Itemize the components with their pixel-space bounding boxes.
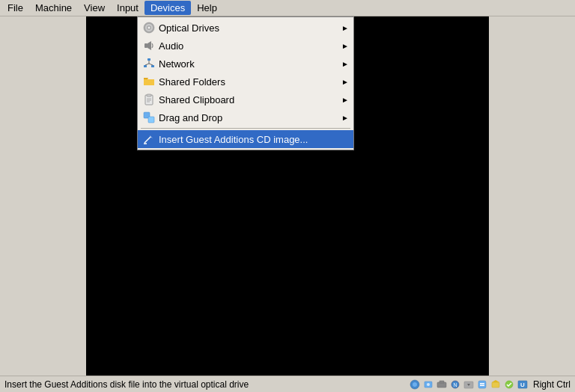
menu-item-drag-and-drop[interactable]: Drag and Drop ► xyxy=(138,108,353,126)
menu-view[interactable]: View xyxy=(78,1,111,15)
menu-file[interactable]: File xyxy=(1,1,29,15)
svg-rect-7 xyxy=(144,65,147,67)
svg-point-3 xyxy=(148,27,150,29)
svg-marker-5 xyxy=(147,41,151,50)
svg-line-10 xyxy=(145,64,149,65)
network-arrow: ► xyxy=(341,60,349,68)
insert-guest-additions-label: Insert Guest Additions CD image... xyxy=(159,134,349,145)
shared-folders-arrow: ► xyxy=(341,78,349,86)
network-label: Network xyxy=(159,58,335,70)
tray-icon-7[interactable] xyxy=(490,379,502,391)
svg-rect-8 xyxy=(151,65,154,67)
tray-icon-6[interactable] xyxy=(476,379,488,391)
svg-rect-4 xyxy=(144,43,147,48)
tray-icon-3[interactable] xyxy=(436,379,448,391)
svg-rect-18 xyxy=(148,117,154,123)
menu-input[interactable]: Input xyxy=(111,1,144,15)
devices-dropdown-menu: Optical Drives ► Audio ► Network xyxy=(137,16,354,150)
svg-point-25 xyxy=(427,383,430,386)
shared-clipboard-icon xyxy=(142,94,156,105)
audio-label: Audio xyxy=(159,40,335,52)
svg-line-11 xyxy=(149,64,153,65)
menu-item-shared-clipboard[interactable]: Shared Clipboard ► xyxy=(138,91,353,108)
tray-icon-8[interactable] xyxy=(503,379,515,391)
optical-drives-icon xyxy=(142,22,156,34)
statusbar-message: Insert the Guest Additions disk file int… xyxy=(4,379,249,390)
tray-icon-2[interactable] xyxy=(422,379,434,391)
shared-folders-label: Shared Folders xyxy=(159,76,335,88)
statusbar: Insert the Guest Additions disk file int… xyxy=(0,376,575,392)
svg-rect-6 xyxy=(147,58,150,61)
side-panel-right xyxy=(489,16,575,376)
optical-drives-arrow: ► xyxy=(341,24,349,32)
menu-item-shared-folders[interactable]: Shared Folders ► xyxy=(138,73,353,91)
menu-machine[interactable]: Machine xyxy=(29,1,78,15)
svg-rect-13 xyxy=(147,94,151,97)
svg-text:U: U xyxy=(520,382,525,388)
menu-item-audio[interactable]: Audio ► xyxy=(138,37,353,55)
menu-item-network[interactable]: Network ► xyxy=(138,55,353,73)
shared-clipboard-arrow: ► xyxy=(341,96,349,104)
drag-and-drop-arrow: ► xyxy=(341,114,349,122)
side-panel-left xyxy=(0,16,86,376)
menu-devices[interactable]: Devices xyxy=(144,1,191,15)
audio-arrow: ► xyxy=(341,42,349,50)
svg-point-23 xyxy=(413,382,417,387)
menu-help[interactable]: Help xyxy=(191,1,223,15)
svg-line-19 xyxy=(144,137,150,143)
svg-rect-35 xyxy=(492,382,499,388)
tray-icon-4[interactable]: N xyxy=(449,379,461,391)
tray-icon-1[interactable] xyxy=(409,379,421,391)
svg-rect-27 xyxy=(439,381,444,383)
svg-rect-34 xyxy=(480,385,484,386)
menu-item-optical-drives[interactable]: Optical Drives ► xyxy=(138,19,353,37)
menu-separator xyxy=(141,128,350,129)
right-ctrl-label: Right Ctrl xyxy=(533,379,571,390)
menu-item-insert-guest-additions[interactable]: Insert Guest Additions CD image... xyxy=(138,130,353,148)
svg-marker-36 xyxy=(492,380,499,382)
network-icon xyxy=(142,58,156,70)
menubar: File Machine View Input Devices Help xyxy=(0,0,575,16)
shared-folders-icon xyxy=(142,76,156,88)
optical-drives-label: Optical Drives xyxy=(159,22,335,34)
drag-and-drop-label: Drag and Drop xyxy=(159,112,335,123)
shared-clipboard-label: Shared Clipboard xyxy=(159,94,335,105)
tray-icon-9[interactable]: U xyxy=(517,379,529,391)
svg-rect-32 xyxy=(478,381,486,388)
tray-icon-5[interactable] xyxy=(463,379,475,391)
audio-icon xyxy=(142,40,156,52)
svg-rect-33 xyxy=(480,383,484,385)
svg-text:N: N xyxy=(453,382,457,388)
statusbar-system-icons: N xyxy=(409,379,571,391)
insert-guest-additions-icon xyxy=(142,133,156,145)
drag-and-drop-icon xyxy=(142,111,156,123)
